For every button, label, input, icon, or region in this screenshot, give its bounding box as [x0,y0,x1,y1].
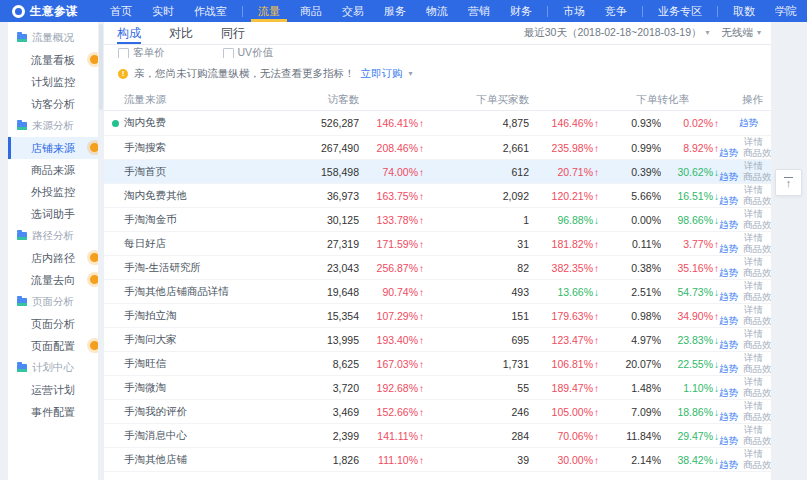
metric-filter[interactable]: UV价值 [223,46,274,58]
date-range-selector[interactable]: 最近30天（2018-02-18~2018-03-19） [524,26,702,40]
detail-link[interactable]: 详情 [719,281,763,291]
terminal-selector[interactable]: 无线端 [721,26,753,40]
tab-1[interactable]: 对比 [169,22,193,44]
visitors-value: 158,498 [274,166,359,178]
sidebar-item[interactable]: 店铺来源 [8,137,98,159]
conversion-change-pct: 1.10% [683,382,713,394]
buyers-change: 179.63%↑ [529,310,599,322]
trend-link[interactable]: 趋势 [719,243,738,254]
nav-item[interactable]: 营销 [468,0,490,22]
trend-link[interactable]: 趋势 [719,219,738,230]
trend-link[interactable]: 趋势 [719,363,738,374]
buyers-change-pct: 146.46% [552,117,593,129]
product-effect-link[interactable]: 商品效果 [743,339,771,350]
detail-link[interactable]: 详情 [719,209,763,219]
product-effect-link[interactable]: 商品效果 [743,219,771,230]
table-row: 手淘消息中心 2,399 141.11%↑ 284 70.06%↑ 11.84%… [104,424,771,448]
sidebar-item-label: 商品来源 [31,163,75,178]
trend-link[interactable]: 趋势 [739,117,758,128]
trend-link[interactable]: 趋势 [719,147,738,158]
conversion-change: 30.62%↓ [661,166,719,178]
conversion-change: 38.42%↓ [661,454,719,466]
trend-link[interactable]: 趋势 [719,339,738,350]
sidebar-item[interactable]: 访客分析 [8,93,98,115]
detail-link[interactable]: 详情 [719,161,763,171]
nav-item[interactable]: 服务 [384,0,406,22]
sidebar-item[interactable]: 页面分析 [8,313,98,335]
product-effect-link[interactable]: 商品效果 [743,315,771,326]
sidebar-item[interactable]: 运营计划 [8,379,98,401]
table-row: 手淘问大家 13,995 193.40%↑ 695 123.47%↑ 4.97%… [104,328,771,352]
product-effect-link[interactable]: 商品效果 [743,195,771,206]
nav-item[interactable]: 作战室 [194,0,227,22]
trend-link[interactable]: 趋势 [719,315,738,326]
product-effect-link[interactable]: 商品效果 [743,267,771,278]
sidebar-item[interactable]: 流量去向 [8,269,98,291]
visitors-change: 163.75%↑ [359,190,424,202]
sidebar-item[interactable]: 选词助手 [8,203,98,225]
nav-item[interactable]: 取数 [733,0,755,22]
sidebar-scrollbar[interactable] [99,24,103,110]
subscribe-now-link[interactable]: 立即订购 [361,67,403,81]
trend-link[interactable]: 趋势 [719,195,738,206]
nav-item[interactable]: 物流 [426,0,448,22]
trend-link[interactable]: 趋势 [719,267,738,278]
trend-link[interactable]: 趋势 [719,387,738,398]
trend-link[interactable]: 趋势 [719,459,738,470]
detail-link[interactable]: 详情 [719,449,763,459]
nav-item[interactable]: 流量 [258,0,280,22]
metric-filter[interactable]: 客单价 [118,46,165,58]
detail-link[interactable]: 详情 [719,233,763,243]
detail-link[interactable]: 详情 [719,185,763,195]
table-row: 手淘拍立淘 15,354 107.29%↑ 151 179.63%↑ 0.98%… [104,304,771,328]
product-effect-link[interactable]: 商品效果 [743,435,771,446]
conversion-change: 22.55%↓ [661,358,719,370]
product-effect-link[interactable]: 商品效果 [743,243,771,254]
nav-item[interactable]: 财务 [510,0,532,22]
nav-item[interactable]: 市场 [563,0,585,22]
trend-link[interactable]: 趋势 [719,435,738,446]
product-effect-link[interactable]: 商品效果 [743,171,771,182]
nav-item[interactable]: 学院 [775,0,797,22]
product-effect-link[interactable]: 商品效果 [743,363,771,374]
detail-link[interactable]: 详情 [719,377,763,387]
detail-link[interactable]: 详情 [719,353,763,363]
nav-item[interactable]: 实时 [152,0,174,22]
product-effect-link[interactable]: 商品效果 [743,387,771,398]
sidebar-item[interactable]: 商品来源 [8,159,98,181]
nav-item[interactable]: 交易 [342,0,364,22]
sidebar-item[interactable]: 流量看板 [8,49,98,71]
trend-link[interactable]: 趋势 [719,411,738,422]
sidebar-item[interactable]: 店内路径 [8,247,98,269]
product-effect-link[interactable]: 商品效果 [743,411,771,422]
trend-link[interactable]: 趋势 [719,171,738,182]
sidebar-item[interactable]: 事件配置 [8,401,98,423]
sidebar-item[interactable]: 计划监控 [8,71,98,93]
checkbox-icon[interactable] [118,48,129,59]
product-effect-link[interactable]: 商品效果 [743,291,771,302]
back-to-top-button[interactable]: ↑ [775,169,802,196]
checkbox-icon[interactable] [223,48,234,59]
detail-link[interactable]: 详情 [719,137,763,147]
detail-link[interactable]: 详情 [719,425,763,435]
table-row: 手淘其他店铺 1,826 111.10%↑ 39 30.00%↑ 2.14% 3… [104,448,771,472]
nav-item[interactable]: 业务专区 [658,0,702,22]
nav-item[interactable]: 商品 [300,0,322,22]
detail-link[interactable]: 详情 [719,329,763,339]
brand-title: 生意参谋 [30,4,78,19]
tab-0[interactable]: 构成 [117,22,141,44]
sidebar-item[interactable]: 外投监控 [8,181,98,203]
detail-link[interactable]: 详情 [719,305,763,315]
detail-link[interactable]: 详情 [719,401,763,411]
buyers-change-pct: 235.98% [552,142,593,154]
trend-link[interactable]: 趋势 [719,291,738,302]
nav-item[interactable]: 首页 [110,0,132,22]
sidebar-item[interactable]: 页面配置 [8,335,98,357]
brand-area[interactable]: 生意参谋 [12,4,78,19]
buyers-value: 151 [424,310,529,322]
detail-link[interactable]: 详情 [719,257,763,267]
product-effect-link[interactable]: 商品效果 [743,459,771,470]
tab-2[interactable]: 同行 [221,22,245,44]
product-effect-link[interactable]: 商品效果 [743,147,771,158]
nav-item[interactable]: 竞争 [605,0,627,22]
